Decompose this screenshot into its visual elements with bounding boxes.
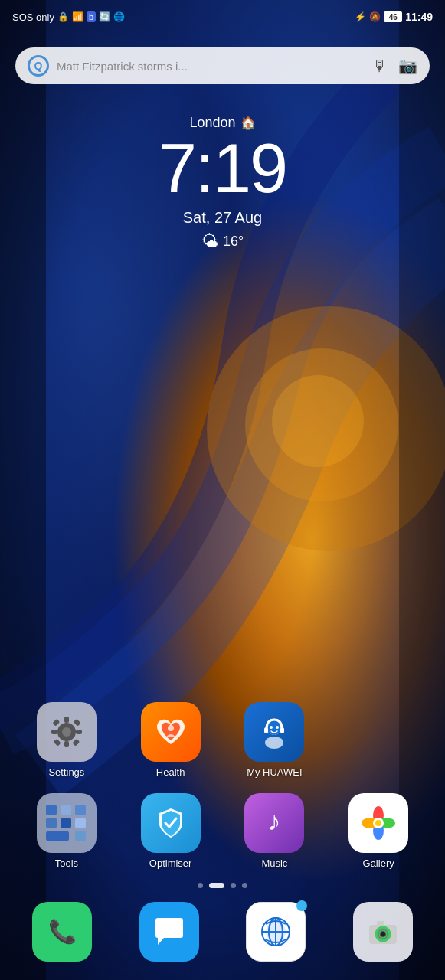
settings-label: Settings <box>48 766 84 778</box>
search-bar[interactable]: Q Matt Fitzpatrick storms i... 🎙 📷 <box>15 47 430 84</box>
svg-rect-8 <box>64 741 69 747</box>
page-dot-3[interactable] <box>242 883 247 888</box>
globe-icon: 🌐 <box>113 11 125 22</box>
svg-text:♪: ♪ <box>268 806 281 835</box>
svg-rect-21 <box>280 727 284 733</box>
health-icon-wrapper <box>141 702 201 762</box>
svg-rect-9 <box>51 730 57 734</box>
svg-point-22 <box>270 726 273 729</box>
status-bar: SOS only 🔒 📶 b 🔄 🌐 ⚡ 🔕 46 11:49 <box>0 0 445 34</box>
svg-point-38 <box>266 922 286 942</box>
weather-icon: 🌤 <box>201 231 218 251</box>
page-dot-2[interactable] <box>231 883 236 888</box>
settings-gear-svg <box>49 714 84 750</box>
search-q-icon: Q <box>28 55 49 77</box>
svg-rect-14 <box>72 739 80 746</box>
svg-rect-11 <box>52 719 60 727</box>
settings-icon-wrapper <box>37 702 97 762</box>
mute-icon: 🔕 <box>369 11 381 22</box>
music-label: Music <box>261 858 287 869</box>
camera-icon-wrapper <box>353 902 413 962</box>
camera-search-icon[interactable]: 📷 <box>398 57 417 75</box>
sos-label: SOS only <box>12 11 54 23</box>
weather-info: 🌤 16° <box>0 231 445 251</box>
app-grid: Settings Health <box>0 687 445 877</box>
empty-slot <box>330 702 427 778</box>
svg-rect-20 <box>264 727 268 733</box>
app-item-music[interactable]: ♪ Music <box>227 793 323 869</box>
status-right: ⚡ 🔕 46 11:49 <box>355 11 433 23</box>
status-time: 11:49 <box>405 11 433 23</box>
optimiser-icon-wrapper <box>141 793 201 853</box>
svg-point-17 <box>168 725 174 731</box>
dock-item-phone[interactable]: 📞 <box>12 902 112 962</box>
page-dots <box>0 877 445 894</box>
messages-icon-wrapper <box>139 902 199 962</box>
page-dot-0[interactable] <box>198 883 203 888</box>
browser-notification <box>296 900 307 911</box>
dock: 📞 <box>0 894 445 980</box>
svg-rect-43 <box>377 921 384 926</box>
svg-point-16 <box>62 727 71 737</box>
temperature: 16° <box>223 234 244 250</box>
svg-rect-13 <box>54 739 61 746</box>
bluetooth-icon: ⚡ <box>355 11 366 22</box>
app-item-health[interactable]: Health <box>123 702 219 778</box>
clock-time: 7:19 <box>0 134 445 203</box>
gallery-svg <box>359 804 398 842</box>
tools-grid-icon <box>46 805 87 841</box>
dock-item-camera[interactable] <box>333 902 433 962</box>
health-label: Health <box>156 766 185 778</box>
sync-icon: 🔄 <box>99 11 110 22</box>
browser-icon-wrapper <box>246 902 306 962</box>
dock-item-browser[interactable] <box>227 902 326 962</box>
optimiser-label: Optimiser <box>149 858 192 869</box>
app-item-myhuawei[interactable]: My HUAWEI <box>227 702 323 778</box>
svg-point-42 <box>381 932 385 936</box>
dock-item-messages[interactable] <box>119 902 219 962</box>
svg-text:📞: 📞 <box>47 918 77 946</box>
svg-point-24 <box>265 737 283 749</box>
phone-svg: 📞 <box>47 916 77 947</box>
phone-icon-wrapper: 📞 <box>32 902 92 962</box>
search-container: Q Matt Fitzpatrick storms i... 🎙 📷 <box>0 40 445 92</box>
b-icon: b <box>87 11 96 22</box>
myhuawei-icon-wrapper <box>244 702 304 762</box>
messages-svg <box>152 914 187 949</box>
app-item-settings[interactable]: Settings <box>18 702 115 778</box>
mic-icon[interactable]: 🎙 <box>372 57 388 75</box>
location-text: London <box>189 115 235 131</box>
svg-point-23 <box>276 726 279 729</box>
search-input[interactable]: Matt Fitzpatrick storms i... <box>57 60 365 73</box>
clock-date: Sat, 27 Aug <box>0 209 445 227</box>
app-item-optimiser[interactable]: Optimiser <box>123 793 219 869</box>
music-svg: ♪ <box>257 805 292 841</box>
app-item-tools[interactable]: Tools <box>18 793 115 869</box>
svg-rect-7 <box>64 717 69 723</box>
camera-svg <box>365 914 401 949</box>
gallery-label: Gallery <box>363 858 394 869</box>
optimiser-svg <box>153 805 188 841</box>
myhuawei-label: My HUAWEI <box>247 766 302 778</box>
myhuawei-svg <box>256 714 293 750</box>
wifi-icon: 📶 <box>72 11 83 22</box>
app-item-gallery[interactable]: Gallery <box>330 793 427 869</box>
search-actions: 🎙 📷 <box>372 57 417 75</box>
gallery-icon-wrapper <box>348 793 408 853</box>
clock-widget: London 🏠 7:19 Sat, 27 Aug 🌤 16° <box>0 92 445 259</box>
page-dot-1[interactable] <box>209 883 224 888</box>
svg-point-32 <box>375 820 381 826</box>
svg-rect-12 <box>74 719 81 727</box>
browser-svg <box>258 914 293 949</box>
music-icon-wrapper: ♪ <box>244 793 304 853</box>
home-icon: 🏠 <box>240 116 256 130</box>
status-left: SOS only 🔒 📶 b 🔄 🌐 <box>12 11 125 23</box>
health-svg <box>152 714 189 750</box>
battery-icon: 46 <box>384 11 402 22</box>
clock-location: London 🏠 <box>0 115 445 131</box>
tools-label: Tools <box>55 858 78 869</box>
signal-icon: 🔒 <box>57 11 69 22</box>
tools-icon-wrapper <box>37 793 97 853</box>
svg-rect-10 <box>76 730 82 734</box>
